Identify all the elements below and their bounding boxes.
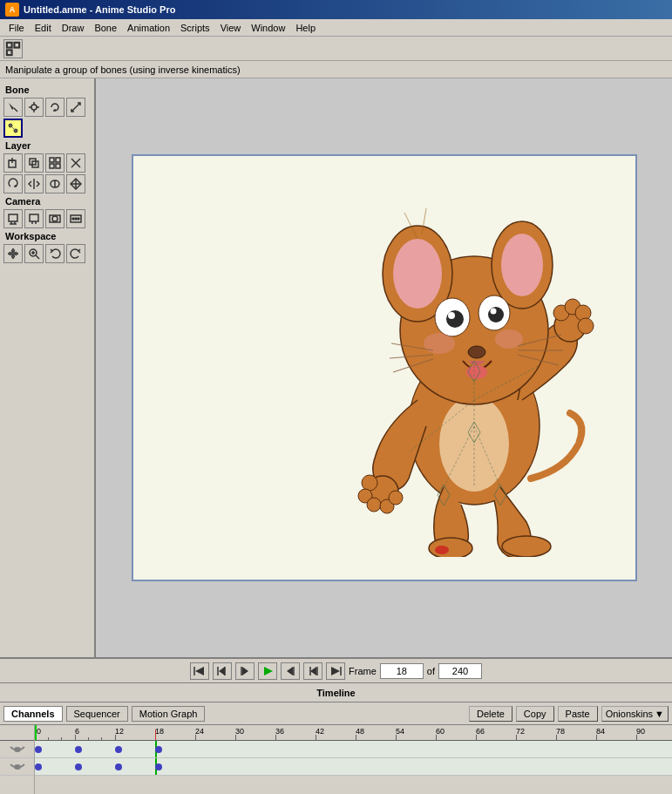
- redo-workspace-tool[interactable]: [66, 244, 85, 263]
- keyframe-dot[interactable]: [35, 746, 42, 753]
- translate-bone-tool[interactable]: [24, 98, 44, 117]
- svg-point-40: [75, 218, 77, 220]
- delete-layer-tool[interactable]: [66, 153, 85, 173]
- canvas-area: [96, 78, 672, 657]
- svg-point-71: [446, 310, 464, 328]
- group-layer-tool[interactable]: [45, 153, 64, 173]
- svg-marker-97: [219, 667, 225, 675]
- ruler-label-60: 60: [436, 727, 445, 736]
- keyframe-dot[interactable]: [75, 763, 82, 770]
- keyframe-dot[interactable]: [35, 763, 42, 770]
- svg-line-9: [71, 103, 80, 112]
- keyframe-dot[interactable]: [155, 763, 162, 770]
- menu-draw[interactable]: Draw: [57, 21, 90, 35]
- go-to-end-button[interactable]: [326, 662, 345, 680]
- tab-channels[interactable]: Channels: [3, 706, 63, 722]
- keyframe-dot[interactable]: [115, 746, 122, 753]
- svg-rect-18: [50, 158, 54, 162]
- timeline-area: Timeline Channels Sequencer Motion Graph…: [0, 683, 672, 794]
- add-layer-tool[interactable]: [3, 153, 23, 173]
- menu-edit[interactable]: Edit: [30, 21, 57, 35]
- track-icon-row-2: [0, 758, 34, 776]
- undo-workspace-tool[interactable]: [45, 244, 64, 263]
- svg-point-66: [501, 234, 543, 296]
- duplicate-layer-tool[interactable]: [24, 153, 44, 173]
- frame-label: Frame: [349, 666, 377, 676]
- delete-button[interactable]: Delete: [469, 706, 512, 722]
- svg-point-37: [52, 216, 58, 221]
- ruler-label-12: 12: [115, 727, 124, 736]
- flip-layer-tool[interactable]: [24, 174, 44, 193]
- next-keyframe-button[interactable]: [303, 662, 322, 680]
- ik-manipulate-tool[interactable]: [3, 119, 23, 138]
- toolbar: [0, 37, 672, 61]
- info-text: Manipulate a group of bones (using inver…: [5, 64, 241, 75]
- menu-scripts[interactable]: Scripts: [175, 21, 215, 35]
- ruler-label-48: 48: [356, 727, 364, 736]
- zoom-camera-tool[interactable]: [24, 209, 44, 228]
- svg-rect-21: [56, 164, 60, 168]
- timeline-track-2: [35, 758, 672, 776]
- select-bone-tool[interactable]: [3, 98, 23, 117]
- copy-button[interactable]: Copy: [516, 706, 554, 722]
- ruler-label-30: 30: [235, 727, 244, 736]
- pan-workspace-tool[interactable]: [3, 244, 23, 263]
- frame-input[interactable]: [380, 663, 424, 679]
- track-icon-1: [0, 741, 34, 757]
- canvas-frame: [132, 154, 637, 581]
- go-to-start-button[interactable]: [190, 662, 209, 680]
- move-layer-tool[interactable]: [66, 174, 85, 193]
- track-1-content[interactable]: [35, 741, 672, 757]
- total-frames-input[interactable]: [438, 663, 482, 679]
- title-bar: A Untitled.anme - Anime Studio Pro: [0, 0, 672, 19]
- keyframe-dot[interactable]: [75, 746, 82, 753]
- keyframe-dot[interactable]: [115, 763, 122, 770]
- svg-rect-19: [56, 158, 60, 162]
- menu-window[interactable]: Window: [246, 21, 290, 35]
- pan-camera-tool[interactable]: [3, 209, 23, 228]
- bone-tools-row2: [3, 119, 91, 138]
- tab-sequencer[interactable]: Sequencer: [66, 706, 128, 722]
- step-forward-button[interactable]: [281, 662, 300, 680]
- warp-layer-tool[interactable]: [45, 174, 64, 193]
- menu-view[interactable]: View: [215, 21, 247, 35]
- camera-section-label: Camera: [3, 195, 91, 207]
- tab-motion-graph[interactable]: Motion Graph: [132, 706, 206, 722]
- svg-point-58: [578, 318, 594, 334]
- svg-point-51: [367, 498, 381, 512]
- play-button[interactable]: [258, 662, 277, 680]
- svg-marker-105: [310, 667, 316, 675]
- svg-point-53: [389, 491, 403, 505]
- bone-section-label: Bone: [3, 84, 91, 96]
- window-title: Untitled.anme - Anime Studio Pro: [24, 4, 175, 15]
- menu-animation[interactable]: Animation: [122, 21, 175, 35]
- rotate-bone-tool[interactable]: [45, 98, 64, 117]
- zoom-workspace-tool[interactable]: [24, 244, 44, 263]
- scale-bone-tool[interactable]: [66, 98, 85, 117]
- menu-bone[interactable]: Bone: [89, 21, 122, 35]
- onionskins-button[interactable]: Onionskins ▼: [601, 706, 669, 722]
- info-bar: Manipulate a group of bones (using inver…: [0, 61, 672, 78]
- paste-button[interactable]: Paste: [558, 706, 598, 722]
- timeline-header: Timeline: [0, 683, 672, 702]
- layer-tools-row1: [3, 153, 91, 173]
- rotate-layer-tool[interactable]: [3, 174, 23, 193]
- prev-keyframe-button[interactable]: [213, 662, 232, 680]
- track-2-content[interactable]: [35, 758, 672, 775]
- bottom-section: Frame of Timeline Channels Sequencer Mot…: [0, 657, 672, 794]
- svg-marker-99: [242, 667, 248, 675]
- ruler-label-54: 54: [396, 727, 404, 736]
- step-back-button[interactable]: [235, 662, 255, 680]
- toolbar-button[interactable]: [3, 39, 23, 58]
- menu-help[interactable]: Help: [290, 21, 321, 35]
- reset-camera-tool[interactable]: [66, 209, 85, 228]
- menu-file[interactable]: File: [3, 21, 30, 35]
- keyframe-dot[interactable]: [155, 746, 162, 753]
- menu-bar: File Edit Draw Bone Animation Scripts Vi…: [0, 19, 672, 37]
- ruler-label-66: 66: [476, 727, 485, 736]
- layer-section-label: Layer: [3, 139, 91, 152]
- svg-rect-0: [7, 42, 12, 47]
- orbit-camera-tool[interactable]: [45, 209, 64, 228]
- svg-point-75: [468, 346, 485, 358]
- workspace-tools-row: [3, 244, 91, 263]
